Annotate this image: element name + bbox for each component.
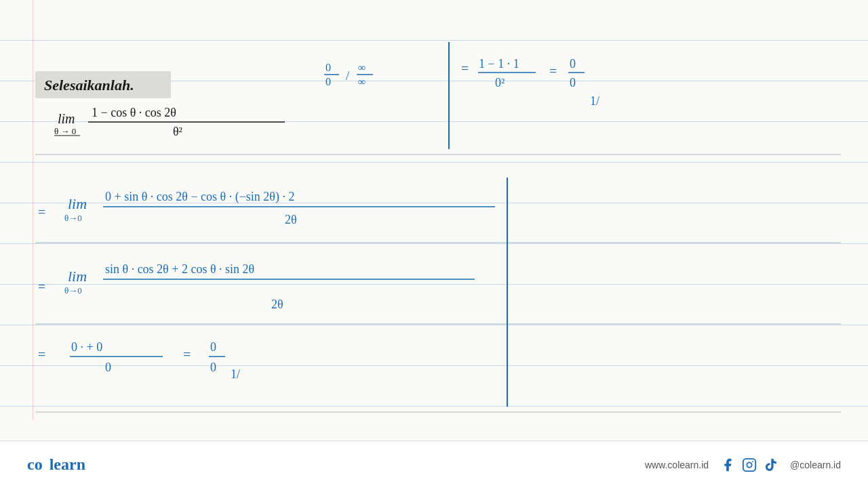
- svg-text:0: 0: [326, 62, 331, 73]
- brand-co: co: [27, 455, 43, 473]
- facebook-icon: [719, 457, 736, 473]
- svg-text:1 − cos θ · cos 2θ: 1 − cos θ · cos 2θ: [92, 106, 176, 119]
- svg-text:0 ·   + 0: 0 · + 0: [71, 340, 102, 354]
- svg-point-52: [747, 462, 751, 467]
- footer: co learn www.colearn.id: [0, 441, 868, 488]
- math-content-svg: Selesaikanlah. lim θ → 0 1 − cos θ · cos…: [0, 0, 868, 441]
- svg-text:θ→0: θ→0: [64, 285, 82, 296]
- svg-text:=: =: [183, 347, 191, 362]
- svg-text:1/: 1/: [231, 367, 240, 381]
- svg-text:lim: lim: [58, 111, 75, 126]
- svg-text:∞: ∞: [358, 76, 366, 87]
- svg-text:sin θ · cos 2θ  +  2 cos θ · s: sin θ · cos 2θ + 2 cos θ · sin 2θ: [105, 262, 254, 276]
- svg-text:lim: lim: [68, 195, 87, 212]
- svg-text:Selesaikanlah.: Selesaikanlah.: [44, 77, 134, 94]
- svg-text:∞: ∞: [358, 62, 366, 73]
- website-url: www.colearn.id: [645, 460, 709, 470]
- svg-text:0: 0: [570, 57, 576, 70]
- svg-text:=: =: [38, 205, 45, 220]
- svg-text:0: 0: [326, 76, 331, 87]
- social-icons: [719, 457, 779, 473]
- tiktok-icon: [763, 457, 779, 473]
- svg-text:0 + sin θ · cos 2θ − cos θ · (: 0 + sin θ · cos 2θ − cos θ · (−sin 2θ) ·…: [105, 190, 294, 204]
- svg-text:/: /: [346, 69, 349, 83]
- instagram-icon: [741, 457, 757, 473]
- svg-text:θ → 0: θ → 0: [54, 126, 76, 136]
- svg-point-53: [752, 461, 753, 462]
- svg-rect-51: [743, 458, 755, 470]
- svg-text:0: 0: [105, 361, 111, 374]
- svg-text:1/: 1/: [590, 94, 599, 108]
- page: Selesaikanlah. lim θ → 0 1 − cos θ · cos…: [0, 0, 868, 488]
- svg-text:0: 0: [210, 361, 216, 374]
- brand-logo: co learn: [27, 455, 85, 474]
- svg-text:0²: 0²: [495, 76, 505, 89]
- social-handle: @colearn.id: [790, 460, 841, 470]
- svg-text:1 − 1 · 1: 1 − 1 · 1: [479, 57, 519, 70]
- svg-text:=: =: [38, 279, 45, 294]
- footer-right: www.colearn.id: [645, 457, 841, 473]
- svg-text:=: =: [461, 61, 469, 76]
- svg-text:2θ: 2θ: [285, 213, 297, 226]
- svg-text:2θ: 2θ: [271, 298, 283, 311]
- brand-learn: learn: [50, 455, 85, 473]
- svg-text:0: 0: [570, 76, 576, 89]
- svg-text:=: =: [38, 347, 45, 362]
- svg-text:θ→0: θ→0: [64, 213, 82, 223]
- svg-text:=: =: [549, 64, 557, 79]
- svg-text:θ²: θ²: [173, 125, 182, 138]
- svg-text:lim: lim: [68, 268, 87, 285]
- svg-text:0: 0: [210, 340, 216, 354]
